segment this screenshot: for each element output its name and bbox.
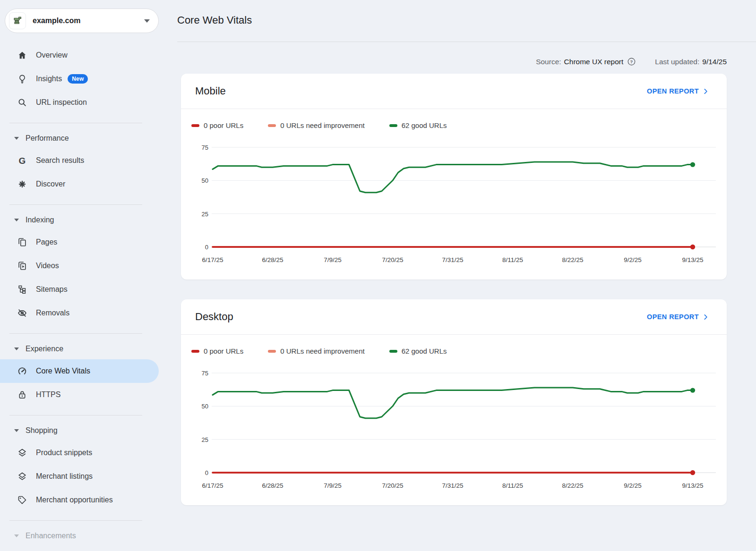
- main-content: Core Web Vitals Source: Chrome UX report…: [159, 0, 756, 551]
- page-title: Core Web Vitals: [177, 0, 756, 27]
- x-tick-label: 7/31/25: [442, 482, 463, 489]
- source-link[interactable]: Chrome UX report: [564, 58, 624, 66]
- lightbulb-icon: [17, 74, 27, 84]
- card-body: 0 poor URLs 0 URLs need improvement 62 g…: [181, 335, 727, 505]
- section-header-experience[interactable]: Experience: [0, 339, 159, 359]
- card-header: Mobile OPEN REPORT: [181, 74, 727, 109]
- legend-label: 62 good URLs: [402, 121, 447, 129]
- section-label: Enhancements: [26, 532, 76, 540]
- sidebar-item-discover[interactable]: Discover: [0, 172, 159, 196]
- sidebar-item-search-results[interactable]: G Search results: [0, 149, 159, 172]
- legend-item-good: 62 good URLs: [389, 347, 447, 355]
- sidebar-item-https[interactable]: HTTPS: [0, 383, 159, 407]
- x-tick-label: 7/9/25: [324, 256, 342, 263]
- sidebar-item-label: Search results: [36, 156, 84, 165]
- sidebar-item-core-web-vitals[interactable]: Core Web Vitals: [0, 359, 159, 383]
- property-name: example.com: [33, 17, 144, 25]
- section-label: Performance: [26, 134, 69, 143]
- sidebar-item-overview[interactable]: Overview: [0, 43, 159, 67]
- poor-urls-dash: [191, 350, 199, 353]
- sidebar-item-merchant-opportunities[interactable]: Merchant opportunities: [0, 488, 159, 512]
- sidebar-nav: Overview Insights New URL ins: [0, 43, 159, 546]
- y-tick-label: 50: [202, 177, 208, 184]
- x-tick-label: 8/11/25: [502, 256, 523, 263]
- chart-legend: 0 poor URLs 0 URLs need improvement 62 g…: [190, 347, 717, 355]
- help-icon[interactable]: ?: [627, 57, 636, 66]
- y-tick-label: 75: [202, 370, 208, 377]
- legend-label: 0 poor URLs: [204, 121, 243, 129]
- x-tick-label: 7/9/25: [324, 482, 342, 489]
- sidebar-item-label: Removals: [36, 309, 69, 317]
- legend-item-needs-improvement: 0 URLs need improvement: [268, 121, 364, 129]
- series-end-dot: [690, 470, 695, 475]
- section-label: Indexing: [26, 216, 54, 224]
- header-divider: [177, 42, 756, 42]
- sidebar-item-insights[interactable]: Insights New: [0, 67, 159, 91]
- legend-label: 0 URLs need improvement: [280, 347, 364, 355]
- asterisk-icon: [17, 179, 27, 189]
- chart-legend: 0 poor URLs 0 URLs need improvement 62 g…: [190, 121, 717, 129]
- card-header: Desktop OPEN REPORT: [181, 299, 727, 334]
- good-urls-dash: [389, 124, 397, 127]
- section-header-performance[interactable]: Performance: [0, 128, 159, 149]
- needs-improvement-dash: [268, 124, 276, 127]
- x-tick-label: 9/2/25: [624, 482, 642, 489]
- open-report-label: OPEN REPORT: [647, 87, 699, 95]
- section-header-shopping[interactable]: Shopping: [0, 420, 159, 441]
- sidebar-item-removals[interactable]: Removals: [0, 301, 159, 325]
- card-title: Desktop: [195, 311, 233, 323]
- y-tick-label: 25: [202, 211, 208, 218]
- x-tick-label: 6/28/25: [262, 256, 283, 263]
- sidebar-item-product-snippets[interactable]: Product snippets: [0, 441, 159, 465]
- pages-icon: [17, 237, 27, 247]
- chevron-right-icon: [702, 87, 710, 95]
- y-tick-label: 0: [205, 469, 208, 476]
- app-root: example.com Overview Insights New: [0, 0, 756, 551]
- series-line: [213, 162, 693, 193]
- sidebar-item-label: HTTPS: [36, 390, 60, 399]
- collapse-triangle-icon: [14, 429, 19, 432]
- sitemap-icon: [17, 284, 27, 295]
- section-label: Shopping: [26, 426, 58, 435]
- collapse-triangle-icon: [14, 348, 19, 350]
- property-selector[interactable]: example.com: [5, 8, 159, 33]
- google-g-icon: G: [17, 155, 27, 166]
- sidebar-item-videos[interactable]: Videos: [0, 254, 159, 278]
- sidebar-item-pages[interactable]: Pages: [0, 230, 159, 254]
- speedometer-icon: [17, 366, 27, 376]
- sidebar-item-url-inspection[interactable]: URL inspection: [0, 91, 159, 114]
- sidebar-item-merchant-listings[interactable]: Merchant listings: [0, 465, 159, 488]
- sidebar-item-label: Videos: [36, 262, 59, 270]
- series-line: [213, 388, 693, 418]
- desktop-card: Desktop OPEN REPORT 0 poor URLs 0 URLs n…: [181, 299, 727, 505]
- open-report-button[interactable]: OPEN REPORT: [647, 313, 710, 321]
- source-label: Source:: [536, 58, 561, 66]
- card-body: 0 poor URLs 0 URLs need improvement 62 g…: [181, 109, 727, 280]
- x-tick-label: 6/28/25: [262, 482, 283, 489]
- new-badge: New: [68, 74, 88, 84]
- lock-icon: [17, 390, 27, 400]
- sidebar-item-label: Merchant opportunities: [36, 496, 113, 504]
- series-end-dot: [690, 388, 695, 392]
- sidebar-item-label: Pages: [36, 238, 57, 246]
- mobile-card: Mobile OPEN REPORT 0 poor URLs 0 URLs ne…: [181, 74, 727, 280]
- x-tick-label: 9/13/25: [682, 256, 703, 263]
- site-favicon: [9, 12, 26, 29]
- open-report-label: OPEN REPORT: [647, 313, 699, 321]
- card-title: Mobile: [195, 85, 226, 97]
- last-updated-label: Last updated:: [655, 58, 699, 66]
- search-icon: [17, 97, 27, 108]
- section-header-indexing[interactable]: Indexing: [0, 210, 159, 230]
- tag-icon: [17, 495, 27, 505]
- x-tick-label: 6/17/25: [202, 256, 223, 263]
- open-report-button[interactable]: OPEN REPORT: [647, 87, 710, 95]
- legend-item-poor: 0 poor URLs: [191, 121, 243, 129]
- section-header-enhancements[interactable]: Enhancements: [0, 526, 159, 546]
- good-urls-dash: [389, 350, 397, 353]
- x-tick-label: 8/11/25: [502, 482, 523, 489]
- x-tick-label: 7/20/25: [382, 256, 403, 263]
- y-tick-label: 0: [205, 244, 208, 251]
- sidebar-item-label: Core Web Vitals: [36, 367, 90, 375]
- svg-text:?: ?: [630, 59, 633, 64]
- sidebar-item-sitemaps[interactable]: Sitemaps: [0, 278, 159, 301]
